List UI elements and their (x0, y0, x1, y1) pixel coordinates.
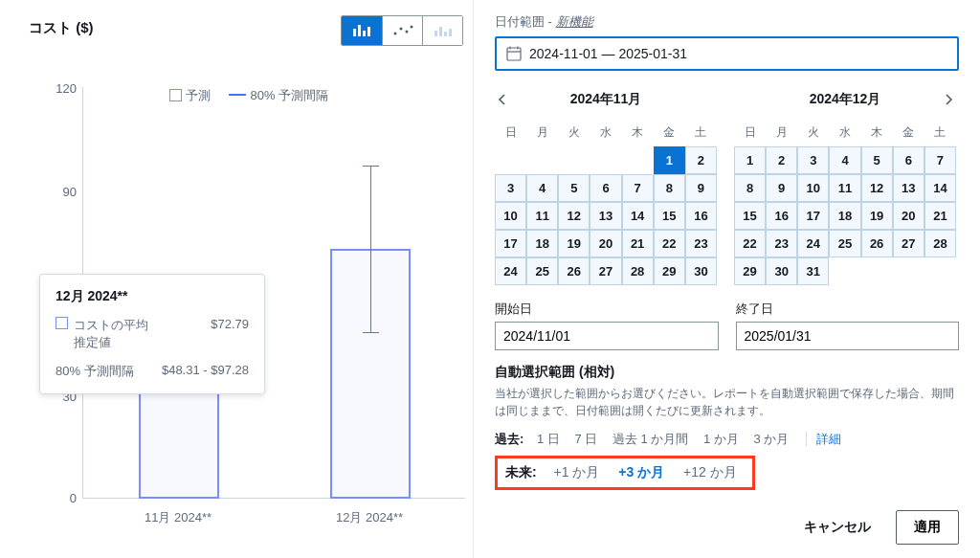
calendar-day[interactable]: 29 (654, 257, 685, 285)
calendar-day[interactable]: 16 (685, 202, 717, 230)
calendar-day[interactable]: 1 (654, 146, 685, 174)
calendar-day[interactable]: 4 (829, 146, 860, 174)
calendar-day[interactable]: 9 (766, 174, 797, 202)
next-month-button[interactable] (937, 88, 960, 111)
calendar-day[interactable]: 13 (590, 202, 621, 230)
calendar-day[interactable]: 27 (590, 257, 621, 285)
calendar-day[interactable]: 29 (734, 257, 766, 285)
cancel-button[interactable]: キャンセル (789, 510, 886, 545)
calendar-day[interactable]: 10 (797, 174, 829, 202)
day-of-week: 木 (622, 121, 654, 146)
calendar-day[interactable]: 23 (766, 230, 797, 257)
day-of-week: 土 (924, 121, 956, 146)
calendar-day[interactable]: 22 (654, 230, 685, 257)
svg-point-6 (405, 31, 408, 33)
svg-rect-2 (363, 31, 366, 36)
day-of-week: 火 (558, 121, 590, 146)
date-range-panel: 日付範囲 - 新機能 2024-11-01 — 2025-01-31 2024年… (473, 0, 980, 558)
calendar-day[interactable]: 3 (797, 146, 829, 174)
preset-option[interactable]: 過去 1 か月間 (612, 432, 688, 446)
chart-type-stacked[interactable] (422, 16, 462, 45)
preset-option[interactable]: 1 か月 (703, 432, 739, 446)
calendar-day[interactable]: 26 (558, 257, 590, 285)
svg-rect-1 (358, 25, 361, 36)
preset-option[interactable]: 7 日 (574, 432, 597, 446)
calendar-day[interactable]: 13 (893, 174, 924, 202)
calendar-day[interactable]: 20 (893, 202, 924, 230)
tooltip-title: 12月 2024** (56, 288, 249, 305)
calendar-right: 2024年12月 日月火水木金土123456789101112131415161… (734, 86, 956, 285)
calendar-day[interactable]: 15 (734, 202, 766, 230)
calendar-day[interactable]: 15 (654, 202, 685, 230)
calendar-day[interactable]: 25 (526, 257, 558, 285)
calendar-day[interactable]: 11 (829, 174, 860, 202)
preset-option[interactable]: +1 か月 (554, 464, 600, 480)
calendar-day[interactable]: 23 (685, 230, 717, 257)
calendar-day[interactable]: 9 (685, 174, 717, 202)
details-link[interactable]: 詳細 (806, 432, 841, 446)
preset-option[interactable]: +12 か月 (683, 464, 737, 480)
calendar-day[interactable]: 2 (685, 146, 717, 174)
calendar-day[interactable]: 7 (924, 146, 956, 174)
calendar-day[interactable]: 30 (685, 257, 717, 285)
calendar-day[interactable]: 4 (526, 174, 558, 202)
preset-option[interactable]: 3 か月 (753, 432, 789, 446)
x-tick: 12月 2024** (274, 503, 465, 526)
calendar-day[interactable]: 28 (924, 230, 956, 257)
interval-whisker (370, 166, 371, 333)
calendar-day[interactable]: 14 (924, 174, 956, 202)
calendar-day[interactable]: 25 (829, 230, 860, 257)
calendar-day[interactable]: 8 (734, 174, 766, 202)
calendar-day[interactable]: 21 (622, 230, 654, 257)
chart-type-bar[interactable] (342, 16, 382, 45)
chart-type-line[interactable] (382, 16, 422, 45)
end-date-input[interactable] (736, 322, 960, 350)
calendar-day[interactable]: 30 (766, 257, 797, 285)
y-tick: 120 (56, 81, 77, 96)
calendar-day[interactable]: 5 (861, 146, 893, 174)
calendar-day[interactable]: 16 (766, 202, 797, 230)
apply-button[interactable]: 適用 (896, 510, 959, 545)
cost-chart: 120 90 60 30 0 11月 2024** 12月 2024** 12月… (29, 87, 469, 537)
calendar-day[interactable]: 22 (734, 230, 766, 257)
calendar-day[interactable]: 26 (861, 230, 893, 257)
preset-option[interactable]: +3 か月 (618, 464, 664, 480)
day-of-week: 土 (685, 121, 717, 146)
calendar-day[interactable]: 10 (495, 202, 526, 230)
calendar-day[interactable]: 28 (622, 257, 654, 285)
calendar-day[interactable]: 6 (590, 174, 621, 202)
calendar-day[interactable]: 18 (526, 230, 558, 257)
calendar-day[interactable]: 8 (654, 174, 685, 202)
calendar-day[interactable]: 12 (558, 202, 590, 230)
calendar-day[interactable]: 12 (861, 174, 893, 202)
calendar-day[interactable]: 18 (829, 202, 860, 230)
day-of-week: 金 (654, 121, 685, 146)
calendar-day[interactable]: 7 (622, 174, 654, 202)
calendar-day[interactable]: 24 (797, 230, 829, 257)
calendar-day[interactable]: 24 (495, 257, 526, 285)
calendar-day[interactable]: 31 (797, 257, 829, 285)
calendar-day[interactable]: 14 (622, 202, 654, 230)
calendar-day[interactable]: 21 (924, 202, 956, 230)
calendar-day[interactable]: 19 (861, 202, 893, 230)
calendar-day[interactable]: 2 (766, 146, 797, 174)
day-of-week: 水 (590, 121, 621, 146)
calendar-day[interactable]: 1 (734, 146, 766, 174)
auto-range-title: 自動選択範囲 (相対) (495, 364, 959, 381)
calendar-day[interactable]: 6 (893, 146, 924, 174)
calendar-day[interactable]: 17 (495, 230, 526, 257)
calendar-day[interactable]: 20 (590, 230, 621, 257)
preset-option[interactable]: 1 日 (537, 432, 560, 446)
calendar-day[interactable]: 27 (893, 230, 924, 257)
calendar-day[interactable]: 11 (526, 202, 558, 230)
calendar-icon (506, 46, 522, 61)
y-tick: 0 (70, 491, 77, 505)
start-date-input[interactable] (495, 322, 719, 350)
calendar-day[interactable]: 19 (558, 230, 590, 257)
date-range-field[interactable]: 2024-11-01 — 2025-01-31 (495, 36, 959, 71)
svg-point-7 (410, 26, 412, 29)
prev-month-button[interactable] (491, 88, 514, 111)
calendar-day[interactable]: 17 (797, 202, 829, 230)
calendar-day[interactable]: 5 (558, 174, 590, 202)
calendar-day[interactable]: 3 (495, 174, 526, 202)
